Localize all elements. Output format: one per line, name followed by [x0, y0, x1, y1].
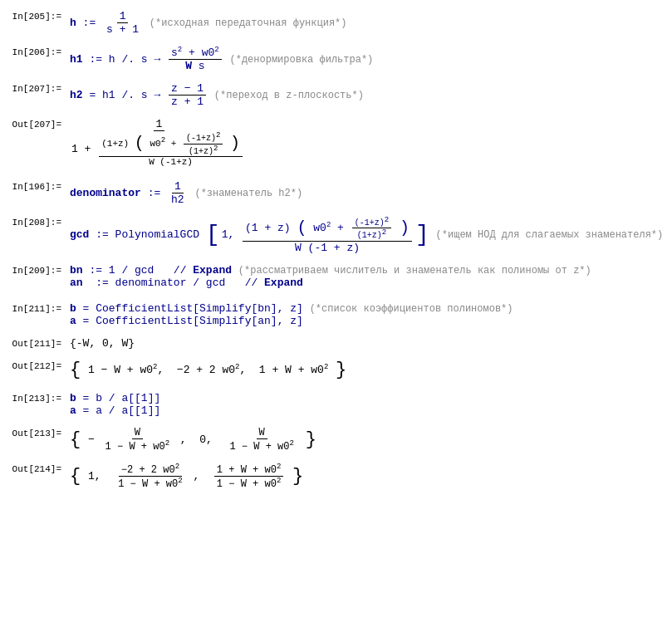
- content-out211: {-W, 0, W}: [66, 337, 672, 350]
- in208-text: gcd := PolynomialGCD [ 1, (1 + z) ( w02 …: [70, 228, 663, 241]
- bracket-left-gcd: [: [206, 223, 220, 247]
- content-in213: b = b / a[[1]] a = a / a[[1]]: [66, 392, 672, 417]
- cell-out211: Out[211]= {-W, 0, W}: [0, 335, 672, 351]
- cell-out213: Out[213]= { − W 1 − W + w02 , 0, W 1 − W…: [0, 425, 672, 454]
- content-in205: h := 1 s + 1 (*исходная передаточная фун…: [66, 10, 672, 36]
- fraction-z1-z1: z − 1 z + 1: [169, 82, 206, 108]
- out207-big-fraction: 1 1 + (1+z) ( w02 + (-1+z)2 (1+z)2 ): [71, 118, 247, 167]
- comment-in208: (*ищем НОД для слагаемых знаменателя*): [436, 229, 664, 241]
- label-in213: In[213]:=: [0, 392, 66, 404]
- cell-in206: In[206]:= h1 := h /. s → s2 + w02 W s (*…: [0, 44, 672, 74]
- paren-l1: (: [135, 134, 145, 153]
- content-out212: { 1 − W + w02, −2 + 2 w02, 1 + W + w02 }: [66, 360, 672, 380]
- content-in196: denominator := 1 h2 (*знаменатель h2*): [66, 180, 672, 206]
- content-out213: { − W 1 − W + w02 , 0, W 1 − W + w02 }: [66, 427, 672, 453]
- cell-in208: In[208]:= gcd := PolynomialGCD [ 1, (1 +…: [0, 214, 672, 256]
- curly-right-212: }: [336, 360, 346, 380]
- cell-out212: Out[212]= { 1 − W + w02, −2 + 2 w02, 1 +…: [0, 358, 672, 382]
- out207-inner-inner: (-1+z)2 (1+z)2: [184, 131, 223, 156]
- gcd-content: 1, (1 + z) ( w02 + (-1+z)2 (1+z)2 ): [222, 216, 414, 254]
- curly-left-212: {: [70, 360, 81, 380]
- comment-in211: (*список коэффициентов полиномов*): [310, 303, 513, 315]
- gcd-inner: (-1+z)2 (1+z)2: [352, 216, 391, 241]
- cell-in209: In[209]:= bn := 1 / gcd // Expand (*расс…: [0, 262, 672, 291]
- out207-formula: 1 1 + (1+z) ( w02 + (-1+z)2 (1+z)2 ): [70, 136, 248, 149]
- in211-line1: b = CoefficientList[Simplify[bn], z] (*с…: [70, 302, 672, 315]
- frac-213-2: W 1 − W + w02: [227, 427, 296, 453]
- in209-line2: an := denominator / gcd // Expand: [70, 277, 672, 289]
- cell-in196: In[196]:= denominator := 1 h2 (*знаменат…: [0, 179, 672, 208]
- in196-text: denominator := 1 h2 (*знаменатель h2*): [70, 187, 302, 199]
- in213-line2: a = a / a[[1]]: [70, 404, 672, 417]
- bracket-right-gcd: ]: [415, 223, 429, 247]
- in211-line2: a = CoefficientList[Simplify[an], z]: [70, 315, 672, 327]
- cell-in205: In[205]:= h := 1 s + 1 (*исходная переда…: [0, 8, 672, 37]
- content-out214: { 1, −2 + 2 w02 1 − W + w02 , 1 + W + w0…: [66, 463, 672, 490]
- frac-214-2: 1 + W + w02 1 − W + w02: [214, 463, 283, 490]
- content-in209: bn := 1 / gcd // Expand (*рассматриваем …: [66, 264, 672, 289]
- label-in207: In[207]:=: [0, 82, 66, 94]
- fraction-1over-s1: 1 s + 1: [104, 10, 141, 36]
- frac-213-1: W 1 − W + w02: [103, 427, 172, 453]
- content-in207: h2 = h1 /. s → z − 1 z + 1 (*переход в z…: [66, 82, 672, 108]
- fraction-1-h2: 1 h2: [169, 180, 187, 206]
- label-out213: Out[213]=: [0, 427, 66, 438]
- cell-out214: Out[214]= { 1, −2 + 2 w02 1 − W + w02 , …: [0, 461, 672, 492]
- label-in209: In[209]:=: [0, 264, 66, 276]
- paren-r2: ): [400, 218, 410, 238]
- curly-left-213: {: [70, 429, 81, 450]
- content-out207: 1 1 + (1+z) ( w02 + (-1+z)2 (1+z)2 ): [66, 118, 672, 167]
- frac-214-1: −2 + 2 w02 1 − W + w02: [115, 463, 184, 490]
- out212-text: { 1 − W + w02, −2 + 2 w02, 1 + W + w02 }: [70, 364, 346, 376]
- in206-text: h1 := h /. s → s2 + w02 W s (*денормиров…: [70, 53, 373, 66]
- gcd-fraction: (1 + z) ( w02 + (-1+z)2 (1+z)2 ) W (-1 +…: [243, 216, 412, 254]
- out207-inner-fraction: (1+z) ( w02 + (-1+z)2 (1+z)2 ) W (-1+z): [99, 131, 243, 167]
- label-out207: Out[207]=: [0, 118, 66, 130]
- label-in205: In[205]:=: [0, 10, 66, 22]
- out211-text: {-W, 0, W}: [70, 337, 135, 350]
- cell-in207: In[207]:= h2 = h1 /. s → z − 1 z + 1 (*п…: [0, 81, 672, 110]
- content-in211: b = CoefficientList[Simplify[bn], z] (*с…: [66, 302, 672, 327]
- curly-right-214: }: [292, 466, 303, 487]
- out214-text: { 1, −2 + 2 w02 1 − W + w02 , 1 + W + w0…: [70, 470, 303, 482]
- label-in208: In[208]:=: [0, 216, 66, 228]
- cell-out207: Out[207]= 1 1 + (1+z) ( w02 + (-1+z)2 (1…: [0, 116, 672, 169]
- label-out214: Out[214]=: [0, 463, 66, 474]
- curly-right-213: }: [306, 429, 316, 450]
- label-in196: In[196]:=: [0, 180, 66, 192]
- label-out211: Out[211]=: [0, 337, 66, 349]
- in213-line1: b = b / a[[1]]: [70, 392, 672, 404]
- comment-in206: (*денормировка фильтра*): [229, 54, 373, 66]
- in213-multiline: b = b / a[[1]] a = a / a[[1]]: [70, 392, 672, 417]
- in205-text: h := 1 s + 1 (*исходная передаточная фун…: [70, 17, 347, 29]
- curly-left-214: {: [70, 466, 81, 487]
- fraction-s2w02-Ws: s2 + w02 W s: [169, 46, 222, 72]
- bracket-gcd: [ 1, (1 + z) ( w02 + (-1+z)2 (1+z)2 ): [206, 216, 429, 254]
- content-in206: h1 := h /. s → s2 + w02 W s (*денормиров…: [66, 46, 672, 72]
- comment-in209: (*рассматриваем числитель и знаменатель …: [238, 265, 591, 277]
- content-in208: gcd := PolynomialGCD [ 1, (1 + z) ( w02 …: [66, 216, 672, 254]
- label-in206: In[206]:=: [0, 46, 66, 57]
- comment-in196: (*знаменатель h2*): [194, 188, 302, 199]
- in207-text: h2 = h1 /. s → z − 1 z + 1 (*переход в z…: [70, 89, 364, 101]
- paren-l2: (: [297, 218, 307, 238]
- paren-r1: ): [230, 134, 240, 153]
- comment-in207: (*переход в z-плоскость*): [214, 90, 364, 101]
- in211-multiline: b = CoefficientList[Simplify[bn], z] (*с…: [70, 302, 672, 327]
- label-out212: Out[212]=: [0, 360, 66, 371]
- label-in211: In[211]:=: [0, 302, 66, 314]
- in209-multiline: bn := 1 / gcd // Expand (*рассматриваем …: [70, 264, 672, 289]
- in209-line1: bn := 1 / gcd // Expand (*рассматриваем …: [70, 264, 672, 277]
- cell-in211: In[211]:= b = CoefficientList[Simplify[b…: [0, 301, 672, 329]
- out213-text: { − W 1 − W + w02 , 0, W 1 − W + w02 }: [70, 433, 316, 446]
- comment-in205: (*исходная передаточная функция*): [150, 17, 347, 29]
- cell-in213: In[213]:= b = b / a[[1]] a = a / a[[1]]: [0, 390, 672, 419]
